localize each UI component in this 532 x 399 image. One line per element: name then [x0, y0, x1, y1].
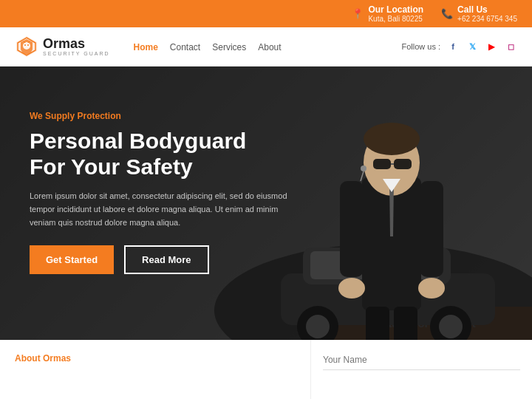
svg-point-16	[439, 315, 463, 338]
svg-rect-20	[373, 159, 391, 169]
location-item: 📍 Our Location Kuta, Bali 80225	[352, 4, 423, 23]
nav-services[interactable]: Services	[212, 40, 246, 53]
nav-home[interactable]: Home	[134, 40, 158, 53]
svg-point-14	[306, 315, 330, 338]
call-item: 📞 Call Us +62 234 6754 345	[441, 4, 517, 23]
bottom-section: About Ormas	[0, 340, 532, 399]
navbar: Ormas SECURITY GUARD Home Contact Servic…	[0, 27, 532, 66]
svg-point-2	[23, 42, 30, 50]
logo-icon	[15, 35, 38, 58]
hero-section: We Supply Protection Personal Bodyguard …	[0, 66, 532, 340]
form-column	[310, 340, 532, 399]
svg-point-28	[418, 278, 445, 299]
read-more-button[interactable]: Read More	[124, 245, 208, 274]
name-input[interactable]	[323, 350, 520, 370]
nav-contact[interactable]: Contact	[170, 40, 200, 53]
svg-point-19	[364, 123, 420, 155]
hero-tagline: We Supply Protection	[30, 111, 296, 121]
svg-point-3	[24, 44, 26, 46]
svg-rect-21	[394, 159, 412, 169]
hero-description: Lorem ipsum dolor sit amet, consectetur …	[30, 190, 296, 229]
youtube-icon[interactable]: ▶	[485, 40, 498, 53]
svg-rect-29	[366, 307, 389, 340]
svg-point-33	[361, 166, 366, 171]
nav-about[interactable]: About	[258, 40, 281, 53]
call-label: Call Us	[457, 4, 517, 15]
svg-rect-25	[420, 181, 443, 277]
hero-content: We Supply Protection Personal Bodyguard …	[0, 66, 325, 296]
follow-label: Follow us :	[401, 42, 440, 51]
hero-buttons: Get Started Read More	[30, 245, 296, 274]
logo: Ormas SECURITY GUARD	[15, 35, 110, 58]
about-column: About Ormas	[0, 340, 310, 399]
follow-us: Follow us : f 𝕏 ▶ ◻	[401, 40, 517, 53]
nav-links: Home Contact Services About	[134, 40, 402, 53]
svg-point-4	[27, 44, 29, 46]
twitter-icon[interactable]: 𝕏	[466, 40, 479, 53]
top-bar: 📍 Our Location Kuta, Bali 80225 📞 Call U…	[0, 0, 532, 27]
location-icon: 📍	[352, 8, 364, 19]
location-label: Our Location	[368, 4, 423, 15]
svg-point-27	[338, 278, 365, 299]
about-title: About Ormas	[15, 353, 296, 364]
svg-rect-24	[340, 181, 364, 277]
call-icon: 📞	[441, 8, 453, 19]
call-value: +62 234 6754 345	[457, 15, 517, 23]
location-value: Kuta, Bali 80225	[368, 15, 423, 23]
get-started-button[interactable]: Get Started	[30, 245, 114, 274]
brand-name: Ormas	[43, 36, 85, 51]
svg-rect-30	[394, 307, 417, 340]
instagram-icon[interactable]: ◻	[504, 40, 517, 53]
hero-title: Personal Bodyguard For Your Safety	[30, 129, 296, 180]
facebook-icon[interactable]: f	[446, 40, 460, 53]
brand-sub: SECURITY GUARD	[43, 51, 110, 56]
